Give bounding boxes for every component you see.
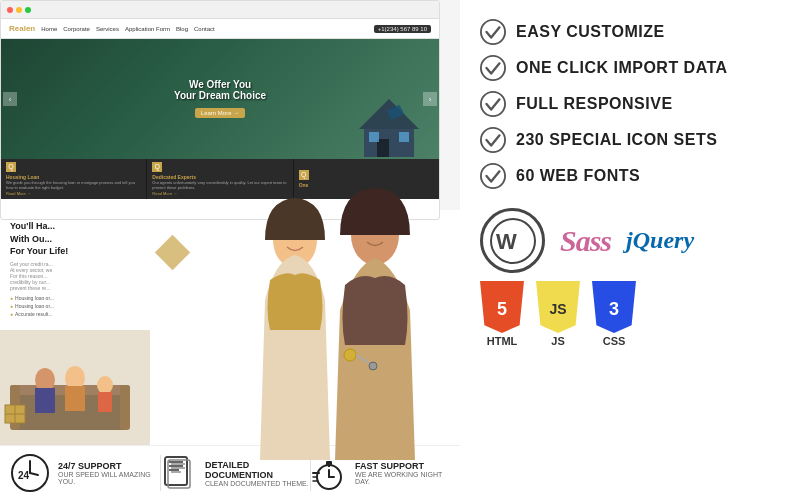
overlay-item-2: ● Housing loan or... [10,303,210,309]
browser-topbar [1,1,439,19]
browser-nav: Realen Home Corporate Services Applicati… [1,19,439,39]
svg-rect-35 [171,467,185,469]
feature-label-1: EASY CUSTOMIZE [516,23,665,41]
overlay-item-1: ● Housing loan or... [10,295,210,301]
overlay-items: ● Housing loan or... ● Housing loan or..… [10,295,210,317]
tech-row1: W Sass jQuery [480,208,780,273]
svg-text:24: 24 [18,470,30,481]
overlay-text: You'll Ha...With Ou...For Your Life! Get… [10,220,210,317]
tech-area: W Sass jQuery 5 HTML [480,208,780,347]
svg-rect-19 [65,386,85,411]
info-card-btn-1[interactable]: Read More → [6,191,141,196]
svg-point-46 [481,56,505,80]
fast-text: FAST SUPPORT WE ARE WORKING NIGHT DAY. [355,461,450,485]
js-badge: JS JS [536,281,580,347]
hero-house-illustration [349,89,429,159]
right-panel: EASY CUSTOMIZE ONE CLICK IMPORT DATA FUL… [460,0,800,500]
support-subtitle: OUR SPEED WILL AMAZING YOU. [58,471,160,485]
family-image [0,330,150,445]
svg-rect-34 [171,463,185,465]
svg-point-49 [481,164,505,188]
browser-dot-green [25,7,31,13]
nav-appform: Application Form [125,26,170,32]
support-title: 24/7 SUPPORT [58,461,160,471]
couple-image [210,180,460,460]
js-label: JS [551,335,564,347]
docs-text: DETAILED DOCUMENTION CLEAN DOCUMENTED TH… [205,460,310,487]
nav-contact: Contact [194,26,215,32]
html-label: HTML [487,335,518,347]
nav-blog: Blog [176,26,188,32]
svg-rect-21 [98,392,112,412]
support-icon: 24 [10,453,50,493]
feature-label-5: 60 WEB FONTS [516,167,640,185]
sass-logo: Sass [560,224,611,258]
feature-list: EASY CUSTOMIZE ONE CLICK IMPORT DATA FUL… [480,15,780,193]
info-card-icon-2: Q [152,162,162,172]
svg-line-27 [30,473,38,475]
feature-docs: DETAILED DOCUMENTION CLEAN DOCUMENTED TH… [161,455,310,491]
feature-item-2: ONE CLICK IMPORT DATA [480,51,780,85]
wordpress-icon: W [480,208,545,273]
check-icon-1 [480,19,506,45]
css3-shield: 3 [592,281,636,333]
svg-point-8 [344,349,356,361]
svg-point-10 [369,362,377,370]
html5-shield: 5 [480,281,524,333]
nav-home: Home [41,26,57,32]
hero-section: ‹ We Offer You Your Dream Choice Learn M… [1,39,439,159]
left-panel: Realen Home Corporate Services Applicati… [0,0,460,500]
hero-button[interactable]: Learn More → [195,108,245,118]
svg-point-20 [97,376,113,394]
fast-subtitle: WE ARE WORKING NIGHT DAY. [355,471,450,485]
html5-badge: 5 HTML [480,281,524,347]
info-card-icon-1: Q [6,162,16,172]
lower-content: You'll Ha...With Ou...For Your Life! Get… [0,210,460,500]
check-icon-5 [480,163,506,189]
feature-support: 24 24/7 SUPPORT OUR SPEED WILL AMAZING Y… [10,453,160,493]
svg-point-47 [481,92,505,116]
check-icon-4 [480,127,506,153]
sass-text: Sass [560,224,611,257]
support-text: 24/7 SUPPORT OUR SPEED WILL AMAZING YOU. [58,461,160,485]
jquery-text: jQuery [626,227,694,253]
js-shield: JS [536,281,580,333]
check-icon-2 [480,55,506,81]
feature-label-4: 230 SPECIAL ICON SETS [516,131,717,149]
fast-title: FAST SUPPORT [355,461,450,471]
check-icon-3 [480,91,506,117]
docs-icon [161,455,197,491]
hero-text-block: We Offer You Your Dream Choice Learn Mor… [174,79,266,119]
svg-point-48 [481,128,505,152]
feature-label-2: ONE CLICK IMPORT DATA [516,59,728,77]
hero-title: We Offer You Your Dream Choice [174,79,266,101]
feature-fast: FAST SUPPORT WE ARE WORKING NIGHT DAY. [311,455,450,491]
info-card-1: Q Housing Loan We guide you through the … [1,159,146,199]
feature-item-5: 60 WEB FONTS [480,159,780,193]
svg-rect-15 [120,385,130,430]
svg-rect-36 [171,471,181,473]
nav-services: Services [96,26,119,32]
svg-rect-31 [169,465,183,467]
svg-rect-4 [399,132,409,142]
jquery-logo: jQuery [626,227,694,254]
browser-dot-red [7,7,13,13]
nav-links: Home Corporate Services Application Form… [41,26,214,32]
browser-dot-yellow [16,7,22,13]
svg-rect-3 [369,132,379,142]
nav-corporate: Corporate [63,26,90,32]
site-logo: Realen [9,24,35,33]
overlay-item-3: ● Accurate result... [10,311,210,317]
svg-rect-38 [326,461,332,465]
overlay-body: Get your credit ra... At every sector, w… [10,261,210,291]
css3-badge: 3 CSS [592,281,636,347]
feature-label-3: FULL RESPONSIVE [516,95,673,113]
overlay-title: You'll Ha...With Ou...For Your Life! [10,220,210,258]
svg-text:W: W [496,229,517,254]
svg-rect-30 [169,461,183,463]
hero-arrow-left[interactable]: ‹ [3,92,17,106]
tech-row2: 5 HTML JS JS 3 CSS [480,281,780,347]
svg-point-45 [481,20,505,44]
fast-icon [311,455,347,491]
feature-item-4: 230 SPECIAL ICON SETS [480,123,780,157]
